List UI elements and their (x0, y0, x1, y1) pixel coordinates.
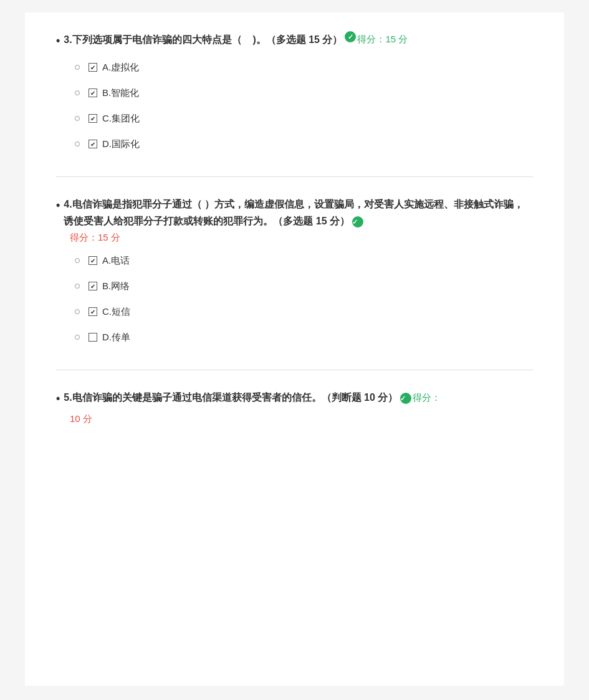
checkbox-q3-d[interactable] (89, 140, 97, 148)
checkbox-q4-c[interactable] (89, 307, 97, 316)
bullet-q3-c (75, 116, 80, 121)
options-list-q3: A.虚拟化 B.智能化 C.集团化 (69, 62, 533, 150)
correct-icon-q5: ✓ (400, 393, 411, 404)
option-q4-c: C.短信 (69, 306, 533, 318)
page-container: 3.下列选项属于电信诈骗的四大特点是（ )。（多选题 15 分） ✓ 得分：15… (25, 12, 564, 686)
question-4-title-wrap: 4.电信诈骗是指犯罪分子通过（ ）方式，编造虚假信息，设置骗局，对受害人实施远程… (56, 196, 533, 244)
question-3: 3.下列选项属于电信诈骗的四大特点是（ )。（多选题 15 分） ✓ 得分：15… (56, 31, 533, 177)
bullet-q4-b (75, 284, 80, 289)
checkbox-q4-a[interactable] (89, 256, 97, 265)
option-q4-b: B.网络 (69, 280, 533, 292)
option-q3-a: A.虚拟化 (69, 62, 533, 74)
checkbox-q4-b[interactable] (89, 282, 97, 290)
checkbox-wrap-q4-c: C.短信 (89, 306, 130, 318)
bullet-q4-c (75, 309, 80, 314)
question-5: 5.电信诈骗的关键是骗子通过电信渠道获得受害者的信任。（判断题 10 分）✓得分… (56, 389, 533, 438)
options-list-q4: A.电话 B.网络 C.短信 (69, 255, 533, 343)
question-3-text: 3.下列选项属于电信诈骗的四大特点是（ )。（多选题 15 分） (64, 31, 342, 48)
question-5-title: 5.电信诈骗的关键是骗子通过电信渠道获得受害者的信任。（判断题 10 分）✓得分… (56, 389, 533, 408)
option-q3-d: D.国际化 (69, 138, 533, 150)
option-label-q3-c: C.集团化 (102, 113, 140, 125)
score-q3: 得分：15 分 (357, 31, 408, 47)
option-q3-c: C.集团化 (69, 113, 533, 125)
correct-icon-q3: ✓ (345, 31, 356, 42)
option-q4-a: A.电话 (69, 255, 533, 267)
option-label-q3-b: B.智能化 (102, 87, 139, 99)
bullet-q3-a (75, 65, 80, 70)
score-inline-q5: 得分： (413, 392, 441, 403)
option-label-q4-a: A.电话 (102, 255, 130, 267)
checkbox-wrap-q3-d: D.国际化 (89, 138, 140, 150)
option-q3-b: B.智能化 (69, 87, 533, 99)
bullet-q4-d (75, 335, 80, 340)
question-5-text: 5.电信诈骗的关键是骗子通过电信渠道获得受害者的信任。（判断题 10 分）✓得分… (64, 389, 441, 406)
option-label-q4-b: B.网络 (102, 280, 130, 292)
checkbox-wrap-q3-b: B.智能化 (89, 87, 139, 99)
bullet-q4-a (75, 258, 80, 263)
question-4-title: 4.电信诈骗是指犯罪分子通过（ ）方式，编造虚假信息，设置骗局，对受害人实施远程… (56, 196, 533, 229)
bullet-q3-b (75, 90, 80, 95)
checkbox-q3-c[interactable] (89, 114, 97, 123)
question-3-title: 3.下列选项属于电信诈骗的四大特点是（ )。（多选题 15 分） ✓ 得分：15… (56, 31, 533, 50)
checkbox-wrap-q4-d: D.传单 (89, 332, 130, 343)
checkbox-wrap-q3-c: C.集团化 (89, 113, 140, 125)
question-4-text: 4.电信诈骗是指犯罪分子通过（ ）方式，编造虚假信息，设置骗局，对受害人实施远程… (64, 196, 533, 229)
option-label-q4-c: C.短信 (102, 306, 130, 318)
bullet-q3-d (75, 141, 80, 146)
score-q4: 得分：15 分 (70, 232, 533, 244)
checkbox-wrap-q4-b: B.网络 (89, 280, 130, 292)
option-label-q4-d: D.传单 (102, 332, 130, 343)
option-q4-d: D.传单 (69, 332, 533, 343)
checkbox-q4-d[interactable] (89, 333, 97, 342)
question-5-title-wrap: 5.电信诈骗的关键是骗子通过电信渠道获得受害者的信任。（判断题 10 分）✓得分… (56, 389, 533, 425)
correct-icon-q4: ✓ (352, 216, 363, 228)
checkbox-wrap-q4-a: A.电话 (89, 255, 130, 267)
option-label-q3-a: A.虚拟化 (102, 62, 139, 74)
checkbox-q3-b[interactable] (89, 89, 97, 97)
option-label-q3-d: D.国际化 (102, 138, 140, 150)
checkbox-q3-a[interactable] (89, 63, 97, 72)
question-4: 4.电信诈骗是指犯罪分子通过（ ）方式，编造虚假信息，设置骗局，对受害人实施远程… (56, 196, 533, 370)
score-q5: 10 分 (70, 413, 533, 425)
checkbox-wrap-q3-a: A.虚拟化 (89, 62, 139, 74)
